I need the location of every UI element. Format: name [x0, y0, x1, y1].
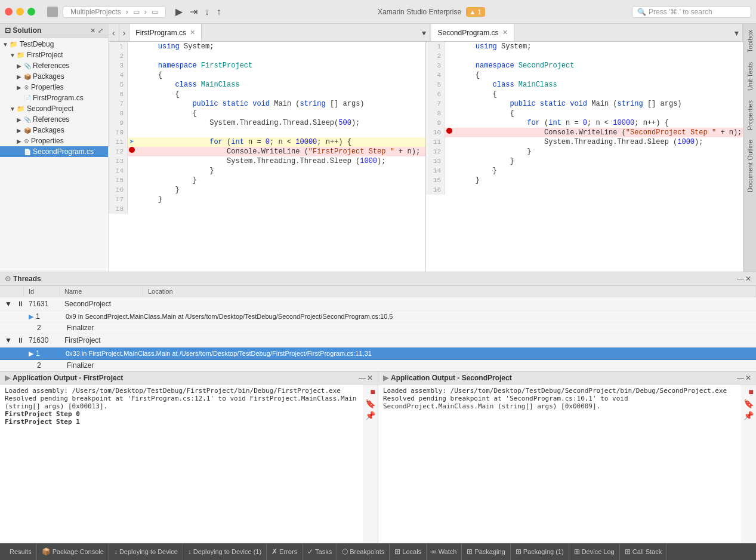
minimize-button[interactable] — [16, 8, 24, 16]
code-line: 8 { — [426, 109, 743, 118]
output-second-close-btn[interactable]: ✕ — [745, 374, 751, 382]
thread-group-row[interactable]: ▼ ⏸ 71631 SecondProject — [0, 297, 756, 311]
code-line: 16 — [426, 185, 743, 195]
threads-close-btn[interactable]: ✕ — [745, 275, 751, 283]
tree-item-properties1[interactable]: ▶ ⚙ Properties — [0, 82, 108, 93]
tree-item-properties2[interactable]: ▶ ⚙ Properties — [0, 136, 108, 146]
output-bookmark-btn2[interactable]: 🔖 — [743, 399, 754, 408]
output-second-minimize-btn[interactable]: — — [737, 374, 744, 382]
thread-subrow[interactable]: ▶ 1 0x9 in SecondProject.MainClass.Main … — [0, 311, 756, 322]
sb-device-log[interactable]: ⊞ Device Log — [569, 543, 620, 560]
output-first-close-btn[interactable]: ✕ — [367, 374, 373, 382]
output-second-body[interactable]: Loaded assembly: /Users/tom/Desktop/Test… — [378, 384, 741, 543]
file-icon: 📄 — [24, 95, 31, 101]
output-first-minimize-btn[interactable]: — — [359, 374, 366, 382]
tab-dropdown-right[interactable]: ▾ — [731, 24, 743, 41]
code-line: 8 { — [109, 109, 425, 118]
tree-item-references1[interactable]: ▶ 📎 References — [0, 60, 108, 71]
tree-item-secondprogram[interactable]: ▶ 📄 SecondProgram.cs — [0, 146, 108, 157]
sb-deploying2[interactable]: ↓ Deploying to Device (1) — [183, 543, 267, 560]
tree-item-testdebug[interactable]: ▼ 📁 TestDebug — [0, 39, 108, 50]
errors-icon: ✗ — [271, 547, 277, 556]
search-icon: 🔍 — [637, 8, 646, 16]
properties-btn[interactable]: Properties — [745, 97, 755, 134]
output-stop-btn2[interactable]: ■ — [749, 387, 754, 396]
output-pin-btn[interactable]: 📌 — [365, 411, 375, 420]
sb-results[interactable]: Results — [5, 543, 37, 560]
close-button[interactable] — [5, 8, 13, 16]
output-panel-second-header: ▶ Application Output - SecondProject — ✕ — [378, 372, 756, 384]
watch-label: Watch — [439, 548, 457, 555]
code-line: 7 public static void Main (string [] arg… — [426, 99, 743, 109]
step-over-button[interactable]: ⇥ — [187, 5, 200, 19]
toolbox-btn[interactable]: Toolbox — [745, 26, 755, 56]
breakpoint-dot-right[interactable] — [446, 128, 452, 134]
sb-call-stack[interactable]: ⊞ Call Stack — [620, 543, 668, 560]
tree-item-references2[interactable]: ▶ 📎 References — [0, 114, 108, 125]
output-panel-first-header: ▶ Application Output - FirstProject — ✕ — [0, 372, 378, 384]
code-line-12: 12 Console.WriteLine ("FirstProject Step… — [109, 147, 425, 156]
bottom-area: ⊙ Threads — ✕ Id Name Location ▼ ⏸ — [0, 272, 756, 543]
maximize-button[interactable] — [27, 8, 35, 16]
code-line: 4 { — [109, 70, 425, 80]
output-first-body[interactable]: Loaded assembly: /Users/tom/Desktop/Test… — [0, 384, 363, 543]
tree-item-firstprogram[interactable]: ▶ 📄 FirstProgram.cs — [0, 93, 108, 103]
code-line: 1 using System; — [426, 42, 743, 51]
unit-tests-btn[interactable]: Unit Tests — [745, 59, 755, 94]
thread-subrow-selected[interactable]: ▶ 1 0x33 in FirstProject.MainClass.Main … — [0, 347, 756, 360]
step-out-button[interactable]: ↑ — [214, 5, 224, 19]
output-stop-btn[interactable]: ■ — [371, 387, 375, 396]
tab-firstprogram[interactable]: FirstProgram.cs ✕ — [129, 24, 202, 41]
sb-deploying1[interactable]: ↓ Deploying to Device — [109, 543, 183, 560]
sb-errors[interactable]: ✗ Errors — [267, 543, 303, 560]
project-breadcrumb[interactable]: MultipleProjects › ▭ › ▭ — [63, 6, 166, 18]
sb-packaging1[interactable]: ⊞ Packaging (1) — [511, 543, 569, 560]
sb-breakpoints[interactable]: ⬡ Breakpoints — [337, 543, 390, 560]
packaging-label: Packaging — [474, 548, 505, 555]
thread-group-row2[interactable]: ▼ ⏸ 71630 FirstProject — [0, 334, 756, 347]
tab-back-button[interactable]: ‹ — [109, 24, 119, 41]
locals-label: Locals — [402, 548, 421, 555]
tab-dropdown-left[interactable]: ▾ — [418, 24, 430, 41]
code-area-right[interactable]: 1 using System; 2 3 nam — [426, 42, 743, 272]
tree-item-secondproject[interactable]: ▼ 📁 SecondProject — [0, 103, 108, 114]
tab-forward-button[interactable]: › — [119, 24, 130, 41]
editors-container: 1 using System; 2 3 nam — [109, 42, 743, 272]
thread-subrow-finalizer2[interactable]: 2 Finalizer — [0, 360, 756, 371]
stop-button[interactable] — [47, 7, 58, 17]
properties-icon: ⚙ — [24, 138, 29, 144]
call-stack-label: Call Stack — [632, 548, 662, 555]
document-outline-btn[interactable]: Document Outline — [745, 136, 755, 196]
main-layout: ⊡ Solution ✕ ⤢ ▼ 📁 TestDebug ▼ 📁 FirstPr… — [0, 24, 756, 543]
thread-subrow-finalizer[interactable]: 2 Finalizer — [0, 322, 756, 334]
tab-firstprogram-close[interactable]: ✕ — [190, 29, 195, 36]
threads-minimize-btn[interactable]: — — [737, 275, 744, 283]
breakpoint-dot[interactable] — [129, 147, 135, 153]
sub-arrow: ▶ — [29, 313, 33, 321]
sb-watch[interactable]: ∞ Watch — [427, 543, 462, 560]
sb-tasks[interactable]: ✓ Tasks — [303, 543, 337, 560]
tab-secondprogram[interactable]: SecondProgram.cs ✕ — [431, 24, 514, 41]
locals-icon: ⊞ — [394, 547, 400, 556]
statusbar: Results 📦 Package Console ↓ Deploying to… — [0, 543, 756, 560]
package-console-icon: 📦 — [42, 547, 51, 556]
search-bar[interactable]: 🔍 Press '⌘.' to search — [632, 6, 751, 18]
code-line: 10 — [109, 128, 425, 137]
execution-arrow: ➤ — [129, 137, 134, 147]
sidebar-close-btn[interactable]: ✕ — [90, 27, 95, 35]
sb-locals[interactable]: ⊞ Locals — [390, 543, 427, 560]
play-button[interactable]: ▶ — [173, 5, 185, 19]
sb-packaging[interactable]: ⊞ Packaging — [462, 543, 510, 560]
step-into-button[interactable]: ↓ — [202, 5, 212, 19]
tree-item-firstproject[interactable]: ▼ 📁 FirstProject — [0, 50, 108, 60]
package-icon: 📦 — [24, 127, 31, 134]
sb-package-console[interactable]: 📦 Package Console — [37, 543, 109, 560]
output-pin-btn2[interactable]: 📌 — [743, 411, 754, 420]
sidebar-expand-btn[interactable]: ⤢ — [98, 27, 103, 35]
tab-secondprogram-close[interactable]: ✕ — [502, 29, 508, 36]
output-line: Loaded assembly: /Users/tom/Desktop/Test… — [5, 387, 358, 395]
code-area-left[interactable]: 1 using System; 2 3 nam — [109, 42, 425, 272]
output-bookmark-btn[interactable]: 🔖 — [365, 399, 375, 408]
tree-item-packages1[interactable]: ▶ 📦 Packages — [0, 71, 108, 82]
tree-item-packages2[interactable]: ▶ 📦 Packages — [0, 125, 108, 136]
